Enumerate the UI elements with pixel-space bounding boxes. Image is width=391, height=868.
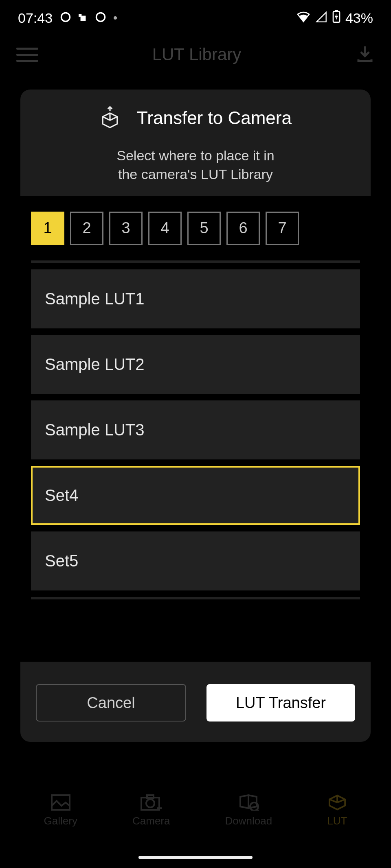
slot-list[interactable]: Sample LUT1 Sample LUT2 Sample LUT3 Set4… — [20, 257, 371, 662]
tabs-strip: 1 2 3 4 5 6 7 — [20, 199, 371, 257]
list-edge-top — [31, 260, 360, 263]
slot-item[interactable]: Sample LUT3 — [31, 400, 360, 459]
nav-label: Camera — [132, 815, 170, 827]
modal-header: Transfer to Camera Select where to place… — [20, 90, 371, 196]
svg-point-0 — [62, 13, 70, 21]
tab-7[interactable]: 7 — [266, 212, 299, 245]
tab-5[interactable]: 5 — [187, 212, 221, 245]
modal-subtitle: Select where to place it in the camera's… — [116, 146, 274, 184]
tab-4[interactable]: 4 — [148, 212, 182, 245]
transfer-modal: Transfer to Camera Select where to place… — [20, 90, 371, 742]
status-right: 43% — [297, 10, 373, 26]
page-title: LUT Library — [38, 45, 355, 64]
svg-rect-2 — [79, 14, 81, 17]
tabs-container: 1 2 3 4 5 6 7 — [20, 196, 371, 257]
menu-icon[interactable] — [16, 48, 38, 62]
tab-2[interactable]: 2 — [70, 212, 103, 245]
wifi-icon — [297, 10, 310, 26]
transfer-button[interactable]: LUT Transfer — [206, 684, 355, 722]
nav-label: LUT — [327, 815, 347, 827]
tab-6[interactable]: 6 — [226, 212, 260, 245]
slot-item[interactable]: Sample LUT1 — [31, 269, 360, 328]
cube-upload-icon — [99, 106, 121, 130]
battery-percent: 43% — [345, 10, 373, 26]
svg-point-8 — [146, 799, 154, 807]
nav-download[interactable]: Download — [225, 794, 272, 827]
modal-footer: Cancel LUT Transfer — [20, 662, 371, 742]
app-header: LUT Library — [0, 36, 391, 77]
svg-rect-5 — [335, 10, 338, 11]
status-left: 07:43 — [18, 10, 117, 26]
status-time: 07:43 — [18, 10, 53, 26]
nav-camera[interactable]: Camera — [132, 794, 170, 827]
slot-item[interactable]: Set5 — [31, 531, 360, 590]
battery-icon — [332, 10, 340, 26]
circle-icon — [60, 10, 71, 26]
modal-title-row: Transfer to Camera — [99, 106, 292, 130]
bottom-nav: Gallery Camera Download LUT — [0, 790, 391, 831]
circle-icon — [95, 10, 106, 26]
signal-icon — [315, 10, 327, 26]
download-icon[interactable] — [355, 44, 375, 65]
nav-label: Download — [225, 815, 272, 827]
nav-gallery[interactable]: Gallery — [44, 794, 77, 827]
slot-item[interactable]: Sample LUT2 — [31, 335, 360, 394]
nav-label: Gallery — [44, 815, 77, 827]
dot-icon — [114, 16, 117, 20]
slot-item-selected[interactable]: Set4 — [31, 466, 360, 525]
modal-subtitle-line2: the camera's LUT Library — [118, 166, 273, 182]
tab-3[interactable]: 3 — [109, 212, 143, 245]
modal-subtitle-line1: Select where to place it in — [116, 148, 274, 163]
nav-lut[interactable]: LUT — [327, 794, 347, 827]
home-indicator[interactable] — [138, 856, 253, 859]
tab-1[interactable]: 1 — [31, 212, 64, 245]
svg-point-3 — [97, 13, 105, 21]
cancel-button[interactable]: Cancel — [36, 684, 186, 722]
status-bar: 07:43 43% — [0, 0, 391, 36]
list-edge-bottom — [31, 597, 360, 599]
square-icon — [79, 10, 88, 26]
modal-title: Transfer to Camera — [137, 108, 292, 128]
